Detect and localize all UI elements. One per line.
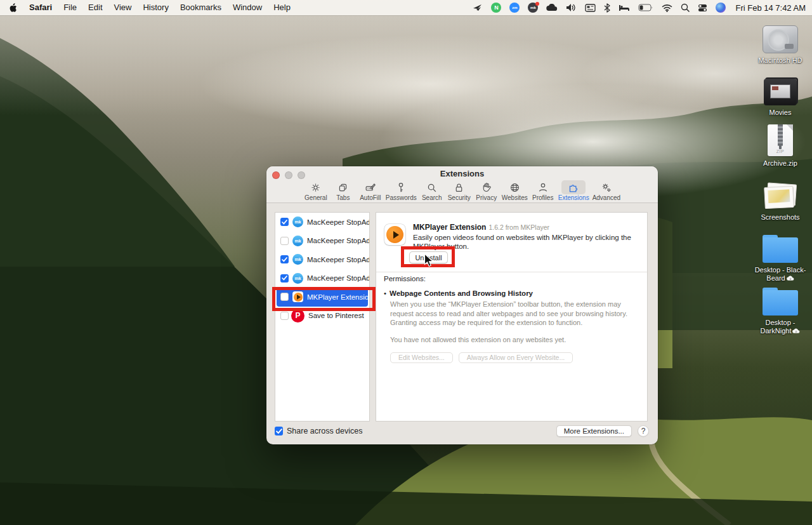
search-icon xyxy=(420,180,443,194)
keyboard-input-icon[interactable] xyxy=(585,0,596,15)
extension-name: MKPlayer Extension xyxy=(413,223,486,232)
extensions-list: mk MacKeeper StopAd... mk MacKeeper Stop… xyxy=(275,212,370,422)
menu-item-history[interactable]: History xyxy=(137,0,174,15)
menu-item-help[interactable]: Help xyxy=(268,0,296,15)
hard-drive-icon xyxy=(763,25,798,53)
tab-tabs[interactable]: Tabs xyxy=(331,180,355,201)
menu-bar: Safari File Edit View History Bookmarks … xyxy=(0,0,812,15)
autofill-icon xyxy=(358,180,383,194)
desktop-icon-archive-zip[interactable]: ZIP Archive.zip xyxy=(753,126,808,168)
lock-icon xyxy=(448,180,470,194)
folder-icon xyxy=(763,288,798,316)
extension-name-line: MKPlayer Extension1.6.2 from MKPlayer xyxy=(413,223,638,232)
share-checkbox[interactable] xyxy=(275,427,283,435)
share-across-devices[interactable]: Share across devices xyxy=(275,427,363,435)
checkbox-checked[interactable] xyxy=(280,218,289,226)
desktop-icon-label: Desktop - DarkNight xyxy=(761,319,796,335)
checkbox-unchecked[interactable] xyxy=(280,312,289,320)
desktop-icon-macintosh-hd[interactable]: Macintosh HD xyxy=(753,23,808,65)
help-button[interactable]: ? xyxy=(638,425,649,437)
desktop-icon-folder-darknight[interactable]: Desktop - DarkNight xyxy=(753,285,808,335)
gears-icon xyxy=(594,180,619,194)
permission-title: Webpage Contents and Browsing History xyxy=(390,289,533,297)
tab-autofill[interactable]: AutoFill xyxy=(358,180,383,201)
send-status-icon[interactable] xyxy=(473,0,483,15)
volume-icon[interactable] xyxy=(566,0,577,15)
window-title: Extensions xyxy=(266,169,658,178)
menu-bar-clock[interactable]: Fri Feb 14 7:42 AM xyxy=(734,3,806,13)
menu-item-bookmarks[interactable]: Bookmarks xyxy=(174,0,227,15)
sleep-status-icon[interactable] xyxy=(619,0,630,15)
desktop-icon-screenshots[interactable]: Screenshots xyxy=(753,180,808,222)
folder-icon xyxy=(763,235,798,263)
edit-websites-button[interactable]: Edit Websites... xyxy=(390,352,453,363)
checkbox-checked[interactable] xyxy=(280,274,289,282)
extension-row-mackeeper-4[interactable]: mk MacKeeper StopAd... xyxy=(275,269,369,288)
tab-passwords[interactable]: Passwords xyxy=(386,180,417,201)
extension-version: 1.6.2 from MKPlayer xyxy=(488,223,549,231)
extension-row-mackeeper-3[interactable]: mk MacKeeper StopAd... xyxy=(275,250,369,269)
more-extensions-button[interactable]: More Extensions... xyxy=(556,425,632,437)
icloud-download-icon xyxy=(787,276,794,281)
key-icon xyxy=(391,180,411,194)
apple-menu[interactable] xyxy=(0,3,23,13)
menu-item-view[interactable]: View xyxy=(108,0,138,15)
tabs-icon xyxy=(331,180,355,194)
siri-icon[interactable] xyxy=(716,0,726,15)
menu-item-safari[interactable]: Safari xyxy=(23,0,58,15)
extension-row-mackeeper-2[interactable]: mk MacKeeper StopAd... xyxy=(275,232,369,251)
tab-general[interactable]: General xyxy=(304,180,328,201)
window-titlebar[interactable]: Extensions xyxy=(266,166,658,180)
permissions-section: Permissions: •Webpage Contents and Brows… xyxy=(376,272,647,363)
tab-extensions[interactable]: Extensions xyxy=(558,180,589,201)
share-label: Share across devices xyxy=(287,427,363,435)
tab-websites[interactable]: Websites xyxy=(502,180,528,201)
extensions-content: mk MacKeeper StopAd... mk MacKeeper Stop… xyxy=(266,203,658,444)
permission-item: •Webpage Contents and Browsing History xyxy=(384,289,638,297)
control-center-icon[interactable] xyxy=(698,0,707,15)
zip-file-icon: ZIP xyxy=(768,124,793,156)
desktop-icon-label: Desktop - Black-Beard xyxy=(755,266,806,282)
checkbox-checked[interactable] xyxy=(280,255,289,263)
hand-icon xyxy=(475,180,497,194)
desktop-icon-folder-blackbeard[interactable]: Desktop - Black-Beard xyxy=(753,232,808,282)
desktop-icon-label: Archive.zip xyxy=(763,159,797,167)
movies-icon xyxy=(764,79,797,105)
permissions-label: Permissions: xyxy=(384,275,638,282)
extension-detail-panel: MKPlayer Extension1.6.2 from MKPlayer Ea… xyxy=(376,212,648,422)
bluetooth-icon[interactable] xyxy=(604,0,610,15)
nordvpn-status-icon[interactable]: N xyxy=(491,0,501,15)
notification-badge xyxy=(535,2,539,6)
always-allow-button[interactable]: Always Allow on Every Website... xyxy=(459,352,573,363)
mackeeper-status-icon[interactable]: mk xyxy=(528,0,538,15)
zoom-status-icon[interactable]: zm xyxy=(509,0,520,15)
mackeeper-extension-icon: mk xyxy=(292,216,303,227)
globe-icon xyxy=(503,180,527,194)
spotlight-icon[interactable] xyxy=(681,0,690,15)
tab-security[interactable]: Security xyxy=(447,180,471,201)
mkplayer-extension-icon-large xyxy=(384,224,405,245)
wifi-icon[interactable] xyxy=(662,0,672,15)
gear-icon xyxy=(304,180,327,194)
menu-item-window[interactable]: Window xyxy=(227,0,268,15)
tab-advanced[interactable]: Advanced xyxy=(593,180,620,201)
not-allowed-text: You have not allowed this extension on a… xyxy=(390,336,638,343)
desktop-icon-movies[interactable]: Movies xyxy=(753,75,808,117)
menu-item-file[interactable]: File xyxy=(58,0,82,15)
safari-extensions-window: Extensions General Tabs AutoFill Passwor… xyxy=(266,166,658,444)
mackeeper-extension-icon: mk xyxy=(292,236,303,246)
photo-stack-icon xyxy=(763,183,797,210)
extension-row-mackeeper-1[interactable]: mk MacKeeper StopAd... xyxy=(275,213,369,232)
checkbox-unchecked[interactable] xyxy=(280,237,289,245)
tab-search[interactable]: Search xyxy=(420,180,444,201)
desktop-icon-label: Macintosh HD xyxy=(758,56,802,64)
annotation-highlight-mkplayer-row xyxy=(272,287,376,311)
tab-profiles[interactable]: Profiles xyxy=(531,180,555,201)
mackeeper-extension-icon: mk xyxy=(292,254,303,265)
preferences-toolbar: General Tabs AutoFill Passwords Search S… xyxy=(266,180,658,203)
tab-privacy[interactable]: Privacy xyxy=(475,180,499,201)
battery-icon[interactable] xyxy=(638,0,653,15)
cloud-status-icon[interactable] xyxy=(546,0,558,15)
desktop-icon-label: Screenshots xyxy=(761,213,799,221)
menu-item-edit[interactable]: Edit xyxy=(82,0,108,15)
